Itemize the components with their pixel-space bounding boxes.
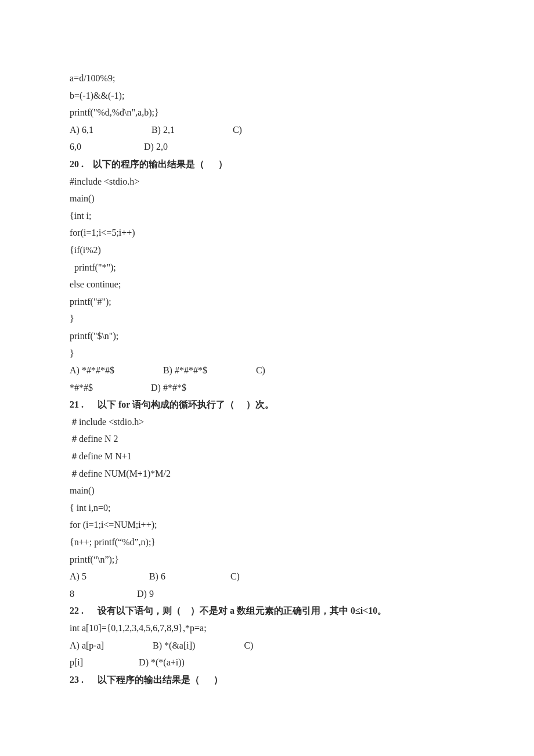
code-line: printf(“\n”);} <box>70 551 470 568</box>
code-line: ＃define N 2 <box>70 430 470 448</box>
code-line: printf("%d,%d\n",a,b);} <box>70 104 470 121</box>
code-line: for(i=1;i<=5;i++) <box>70 224 470 242</box>
option-line: A) a[p-a] B) *(&a[i]) C) <box>70 637 470 654</box>
question-heading-20: 20 . 以下的程序的输出结果是（ ） <box>70 156 470 173</box>
code-line: printf("*"); <box>70 259 470 276</box>
option-line: *#*#$ D) #*#*$ <box>70 379 470 397</box>
option-line: 6,0 D) 2,0 <box>70 138 470 156</box>
code-line: printf("$\n"); <box>70 327 470 345</box>
code-line: b=(-1)&&(-1); <box>70 87 470 105</box>
option-line: A) 5 B) 6 C) <box>70 568 470 585</box>
code-line: } <box>70 345 470 362</box>
question-heading-23: 23 . 以下程序的输出结果是（ ） <box>70 671 470 689</box>
code-line: #include <stdio.h> <box>70 173 470 190</box>
code-line: ＃define NUM(M+1)*M/2 <box>70 465 470 483</box>
code-line: int a[10]={0,1,2,3,4,5,6,7,8,9},*p=a; <box>70 620 470 637</box>
option-line: A) *#*#*#$ B) #*#*#*$ C) <box>70 362 470 379</box>
code-line: a=d/100%9; <box>70 70 470 87</box>
question-heading-22: 22 . 设有以下语句，则（ ）不是对 a 数组元素的正确引用，其中 0≤i<1… <box>70 602 470 620</box>
code-line: {int i; <box>70 207 470 225</box>
code-line: {if(i%2) <box>70 242 470 259</box>
code-line: { int i,n=0; <box>70 499 470 517</box>
option-line: 8 D) 9 <box>70 585 470 603</box>
code-line: } <box>70 310 470 327</box>
code-line: main() <box>70 190 470 207</box>
code-line: else continue; <box>70 276 470 293</box>
code-line: for (i=1;i<=NUM;i++); <box>70 516 470 534</box>
question-heading-21: 21 . 以下 for 语句构成的循环执行了（ ）次。 <box>70 396 470 413</box>
option-line: p[i] D) *(*(a+i)) <box>70 654 470 671</box>
document-page: a=d/100%9; b=(-1)&&(-1); printf("%d,%d\n… <box>0 0 534 756</box>
code-line: ＃include <stdio.h> <box>70 413 470 431</box>
code-line: {n++; printf(“%d”,n);} <box>70 534 470 551</box>
code-line: printf("#"); <box>70 293 470 311</box>
code-line: main() <box>70 482 470 499</box>
code-line: ＃define M N+1 <box>70 448 470 465</box>
option-line: A) 6,1 B) 2,1 C) <box>70 121 470 139</box>
